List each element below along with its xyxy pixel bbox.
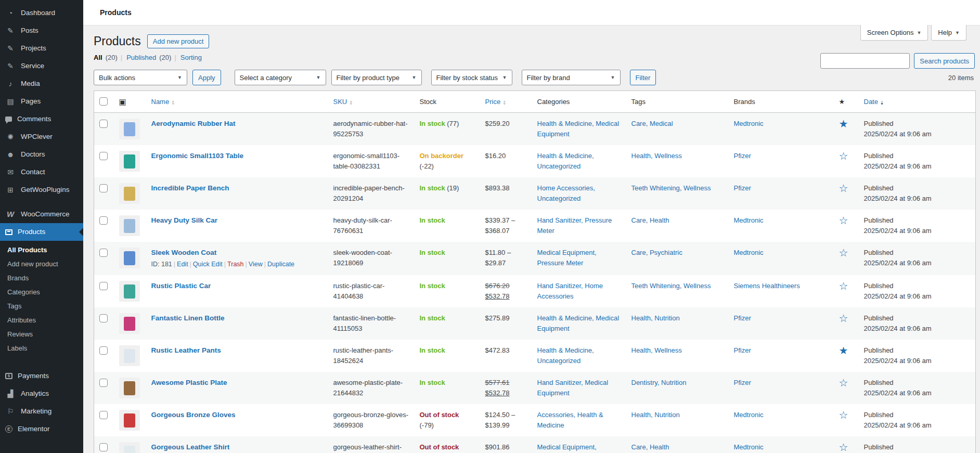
row-checkbox[interactable] (99, 249, 108, 257)
category-links[interactable]: Health & Medicine, Medical Equipment (537, 120, 620, 138)
brand-links[interactable]: Medtronic (734, 411, 764, 419)
filter-button[interactable]: Filter (630, 70, 656, 85)
featured-star-toggle[interactable]: ☆ (839, 151, 848, 161)
sidebar-item-comments[interactable]: Comments (0, 110, 83, 128)
column-header-sku[interactable]: SKU▲▼ (328, 91, 415, 113)
sidebar-item-products[interactable]: Products (0, 223, 83, 241)
product-thumbnail-white-thermometer[interactable] (119, 442, 140, 453)
featured-star-toggle[interactable]: ☆ (839, 442, 848, 452)
submenu-item-brands[interactable]: Brands (0, 271, 83, 285)
apply-button[interactable]: Apply (192, 70, 221, 85)
category-links[interactable]: Medical Equipment, Pressure Meter (537, 249, 597, 267)
product-thumbnail-blue-white-box[interactable] (119, 248, 140, 268)
row-checkbox[interactable] (99, 379, 108, 387)
featured-star-toggle[interactable]: ★ (839, 119, 848, 129)
row-action-trash[interactable]: Trash (227, 261, 244, 268)
sidebar-item-woocommerce[interactable]: W WooCommerce (0, 205, 83, 223)
row-action-view[interactable]: View (249, 261, 263, 268)
featured-star-toggle[interactable]: ☆ (839, 410, 848, 420)
category-links[interactable]: Accessories, Health & Medicine (537, 411, 603, 429)
product-thumbnail-blue-nitrile-gloves[interactable] (119, 119, 140, 139)
sidebar-item-analytics[interactable]: ▟ Analytics (0, 385, 83, 403)
submenu-item-labels[interactable]: Labels (0, 341, 83, 355)
search-products-input[interactable] (820, 53, 910, 69)
category-links[interactable]: Health & Medicine, Uncategorized (537, 346, 594, 365)
row-action-duplicate[interactable]: Duplicate (267, 261, 294, 268)
view-link-sorting[interactable]: Sorting (180, 54, 202, 61)
sidebar-item-getwooplugins[interactable]: ⊞ GetWooPlugins (0, 181, 83, 199)
row-checkbox[interactable] (99, 346, 108, 355)
tag-links[interactable]: Health, Wellness (631, 346, 682, 354)
sidebar-item-marketing[interactable]: ⚐ Marketing (0, 403, 83, 420)
row-checkbox[interactable] (99, 184, 108, 192)
category-links[interactable]: Hand Sanitizer, Pressure Meter (537, 216, 612, 235)
submenu-item-reviews[interactable]: Reviews (0, 327, 83, 341)
product-name-link[interactable]: Fantastic Linen Bottle (151, 314, 225, 322)
product-name-link[interactable]: Incredible Paper Bench (151, 184, 229, 192)
bulk-actions-select[interactable]: Bulk actions ▼ (94, 70, 187, 85)
view-link-published[interactable]: Published (126, 54, 156, 61)
featured-star-toggle[interactable]: ☆ (839, 248, 848, 258)
product-thumbnail-gold-surgical-scissors[interactable] (119, 183, 140, 204)
featured-star-toggle[interactable]: ★ (839, 345, 848, 356)
brand-links[interactable]: Medtronic (734, 443, 764, 451)
product-name-link[interactable]: Gorgeous Leather Shirt (151, 443, 230, 451)
product-name-link[interactable]: Sleek Wooden Coat (151, 249, 217, 256)
column-header-price[interactable]: Price▲▼ (480, 91, 532, 113)
row-checkbox[interactable] (99, 216, 108, 225)
sidebar-item-contact[interactable]: ✉ Contact (0, 163, 83, 181)
featured-star-toggle[interactable]: ☆ (839, 183, 848, 193)
submenu-item-all-products[interactable]: All Products (0, 243, 83, 257)
sidebar-item-service[interactable]: ✎ Service (0, 57, 83, 75)
product-name-link[interactable]: Rustic Plastic Car (151, 282, 211, 290)
brand-links[interactable]: Siemens Healthineers (734, 282, 800, 290)
tag-links[interactable]: Care, Health (631, 216, 669, 224)
submenu-item-categories[interactable]: Categories (0, 285, 83, 299)
row-checkbox[interactable] (99, 152, 108, 160)
row-checkbox[interactable] (99, 282, 108, 290)
brand-links[interactable]: Pfizer (734, 314, 751, 322)
tag-links[interactable]: Care, Medical (631, 120, 673, 127)
tag-links[interactable]: Health, Wellness (631, 152, 682, 160)
category-filter-select[interactable]: Select a category ▼ (235, 70, 326, 85)
product-thumbnail-red-first-aid-pouch[interactable] (119, 410, 140, 431)
sidebar-item-doctors[interactable]: ☻ Doctors (0, 146, 83, 163)
tag-links[interactable]: Care, Psychiatric (631, 249, 682, 256)
tag-links[interactable]: Dentistry, Nutrition (631, 379, 687, 386)
sidebar-item-posts[interactable]: ✎ Posts (0, 22, 83, 40)
product-name-link[interactable]: Heavy Duty Silk Car (151, 216, 218, 224)
product-name-link[interactable]: Ergonomic Small1103 Table (151, 152, 244, 160)
screen-options-tab[interactable]: Screen Options ▼ (860, 25, 929, 41)
select-all-checkbox[interactable] (99, 97, 108, 106)
brand-links[interactable]: Pfizer (734, 379, 751, 386)
product-thumbnail-white-bottle-blue-label[interactable] (119, 345, 140, 366)
sidebar-item-projects[interactable]: ✎ Projects (0, 40, 83, 57)
add-new-product-button[interactable]: Add new product (147, 34, 210, 48)
product-thumbnail-magenta-bottle[interactable] (119, 313, 140, 334)
tag-links[interactable]: Teeth Whitening, Wellness (631, 282, 711, 290)
sidebar-item-payments[interactable]: $ Payments (0, 367, 83, 385)
brand-links[interactable]: Medtronic (734, 249, 764, 256)
sidebar-item-media[interactable]: ♪ Media (0, 75, 83, 93)
product-name-link[interactable]: Awesome Plastic Plate (151, 379, 227, 386)
column-header-name[interactable]: Name▲▼ (146, 91, 328, 113)
row-action-edit[interactable]: Edit (177, 261, 188, 268)
sidebar-item-dashboard[interactable]: ◔ Dashboard (0, 4, 83, 22)
brand-links[interactable]: Medtronic (734, 120, 764, 127)
featured-star-toggle[interactable]: ☆ (839, 378, 848, 388)
submenu-item-attributes[interactable]: Attributes (0, 313, 83, 327)
product-name-link[interactable]: Aerodynamic Rubber Hat (151, 120, 236, 127)
product-name-link[interactable]: Rustic Leather Pants (151, 346, 221, 354)
product-thumbnail-amber-dropper-bottle[interactable] (119, 378, 140, 398)
featured-star-toggle[interactable]: ☆ (839, 281, 848, 291)
tag-links[interactable]: Care, Health (631, 443, 669, 451)
product-type-filter-select[interactable]: Filter by product type ▼ (331, 70, 422, 85)
help-tab[interactable]: Help ▼ (931, 25, 966, 41)
column-header-date[interactable]: Date▲▼ (859, 91, 976, 113)
brand-links[interactable]: Pfizer (734, 184, 751, 192)
category-links[interactable]: Health & Medicine, Medical Equipment (537, 314, 620, 332)
search-products-button[interactable]: Search products (914, 53, 975, 69)
product-name-link[interactable]: Gorgeous Bronze Gloves (151, 411, 236, 419)
brand-links[interactable]: Pfizer (734, 346, 751, 354)
product-thumbnail-teal-bottle[interactable] (119, 281, 140, 302)
